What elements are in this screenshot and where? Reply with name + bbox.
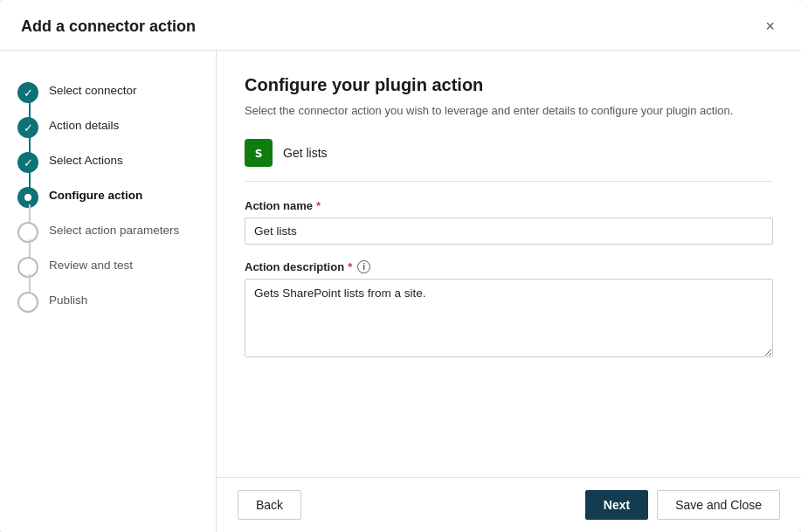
footer-left: Back [238, 490, 301, 520]
back-button[interactable]: Back [238, 490, 301, 520]
modal-container: Add a connector action × ✓ Select connec… [0, 0, 801, 532]
step-icon-configure-action [17, 187, 38, 208]
modal-footer: Back Next Save and Close [217, 477, 801, 532]
step-label-select-action-parameters: Select action parameters [49, 220, 179, 239]
content-area: Configure your plugin action Select the … [217, 51, 801, 477]
step-icon-review-and-test [17, 257, 38, 278]
action-name-label: Action name * [245, 199, 773, 212]
step-label-select-connector: Select connector [49, 80, 137, 100]
plugin-icon-letter: s [254, 144, 263, 161]
sidebar-item-select-connector[interactable]: ✓ Select connector [0, 75, 216, 110]
plugin-name: Get lists [283, 146, 328, 160]
step-label-review-and-test: Review and test [49, 255, 133, 274]
footer-right: Next Save and Close [585, 490, 780, 520]
sidebar: ✓ Select connector ✓ Action details ✓ Se… [0, 51, 217, 532]
step-label-select-actions: Select Actions [49, 150, 123, 169]
content-title: Configure your plugin action [245, 75, 773, 95]
step-icon-action-details: ✓ [17, 117, 38, 138]
check-icon-1: ✓ [24, 86, 33, 100]
step-label-publish: Publish [49, 290, 87, 309]
step-icon-select-action-parameters [17, 222, 38, 243]
check-icon-2: ✓ [24, 121, 33, 135]
required-star-name: * [316, 199, 321, 212]
action-description-group: Action description * i [245, 260, 773, 361]
sidebar-item-select-actions[interactable]: ✓ Select Actions [0, 145, 216, 180]
info-icon: i [357, 260, 370, 273]
step-label-configure-action: Configure action [49, 185, 142, 204]
modal-body: ✓ Select connector ✓ Action details ✓ Se… [0, 51, 801, 532]
action-description-label: Action description * i [245, 260, 773, 273]
step-label-action-details: Action details [49, 115, 119, 135]
step-icon-publish [17, 292, 38, 313]
step-icon-select-actions: ✓ [17, 152, 38, 173]
action-name-group: Action name * [245, 199, 773, 245]
sidebar-item-action-details[interactable]: ✓ Action details [0, 110, 216, 145]
plugin-icon-row: s Get lists [245, 139, 773, 182]
required-star-desc: * [348, 260, 352, 273]
modal-title: Add a connector action [21, 17, 196, 36]
sidebar-item-configure-action[interactable]: Configure action [0, 180, 216, 215]
modal-header: Add a connector action × [0, 0, 801, 51]
sidebar-item-publish[interactable]: Publish [0, 285, 216, 320]
dot-icon-4 [24, 194, 31, 201]
sidebar-item-select-action-parameters[interactable]: Select action parameters [0, 215, 216, 250]
sidebar-item-review-and-test[interactable]: Review and test [0, 250, 216, 285]
content-subtitle: Select the connector action you wish to … [245, 102, 773, 120]
step-icon-select-connector: ✓ [17, 82, 38, 103]
save-close-button[interactable]: Save and Close [657, 490, 780, 520]
check-icon-3: ✓ [24, 156, 33, 169]
action-name-input[interactable] [245, 218, 773, 245]
next-button[interactable]: Next [585, 490, 648, 520]
close-button[interactable]: × [760, 16, 780, 38]
main-content: Configure your plugin action Select the … [217, 51, 801, 532]
action-description-textarea[interactable] [245, 279, 773, 357]
plugin-icon: s [245, 139, 273, 167]
